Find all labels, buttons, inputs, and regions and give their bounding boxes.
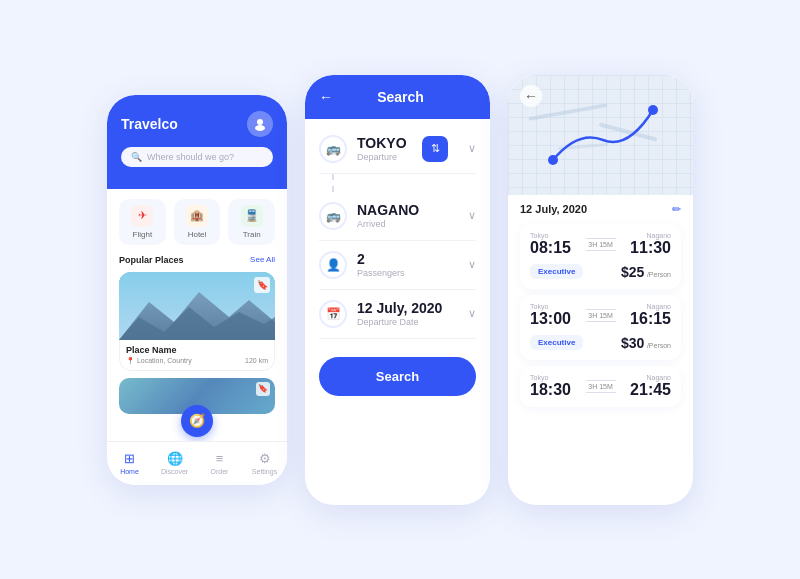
phone-results: ← 12 July, 2020 ✏ Tokyo 08:15 3H 15M Nag… [508, 75, 693, 505]
arrived-chevron: ∨ [468, 209, 476, 222]
flight-label: Flight [133, 230, 153, 239]
app-title: Travelco [121, 116, 178, 132]
passengers-value: 2 [357, 251, 458, 267]
date-row: 12 July, 2020 ✏ [520, 203, 681, 216]
departure-chevron: ∨ [468, 142, 476, 155]
duration-2: 3H 15M [586, 309, 616, 322]
back-button[interactable]: ← [319, 89, 333, 105]
nav-settings[interactable]: ⚙ Settings [242, 451, 287, 475]
nav-order[interactable]: ≡ Order [197, 451, 242, 475]
place-image: 🔖 [119, 272, 275, 340]
duration-1: 3H 15M [586, 238, 616, 251]
category-hotel[interactable]: 🏨 Hotel [174, 199, 221, 245]
place-name: Place Name [126, 345, 268, 355]
home-nav-label: Home [120, 468, 139, 475]
date-field[interactable]: 📅 12 July, 2020 Departure Date ∨ [319, 290, 476, 339]
date-value: 12 July, 2020 [357, 300, 458, 316]
train-icon: 🚆 [241, 205, 263, 227]
trip-card-2[interactable]: Tokyo 13:00 3H 15M Nagano 16:15 Executiv… [520, 295, 681, 360]
nav-discover[interactable]: 🌐 Discover [152, 451, 197, 475]
place-distance: 120 km [245, 357, 268, 364]
nav-home[interactable]: ⊞ Home [107, 451, 152, 475]
price-2: $30 [621, 340, 647, 350]
departure-icon: 🚌 [319, 135, 347, 163]
phone-home: Travelco 🔍 Where should we go? ✈ Flight … [107, 95, 287, 485]
date-icon: 📅 [319, 300, 347, 328]
class-badge-2: Executive [530, 335, 583, 350]
search-placeholder: Where should we go? [147, 152, 234, 162]
to-time-3: 21:45 [630, 381, 671, 399]
category-train[interactable]: 🚆 Train [228, 199, 275, 245]
class-badge-1: Executive [530, 264, 583, 279]
passengers-label: Passengers [357, 268, 458, 278]
trip-card-1[interactable]: Tokyo 08:15 3H 15M Nagano 11:30 Executiv… [520, 224, 681, 289]
to-time-1: 11:30 [630, 239, 671, 257]
search-header: ← Search [305, 75, 490, 119]
map-view: ← [508, 75, 693, 195]
settings-icon: ⚙ [259, 451, 271, 466]
swap-icon: ⇅ [431, 142, 440, 155]
from-time-3: 18:30 [530, 381, 571, 399]
from-city-1: Tokyo [530, 232, 571, 239]
avatar[interactable] [247, 111, 273, 137]
order-icon: ≡ [216, 451, 224, 466]
passengers-field[interactable]: 👤 2 Passengers ∨ [319, 241, 476, 290]
to-city-1: Nagano [630, 232, 671, 239]
arrived-field[interactable]: 🚌 NAGANO Arrived ∨ [319, 192, 476, 241]
departure-field[interactable]: 🚌 TOKYO Departure ∨ ⇅ [319, 125, 476, 174]
home-header: Travelco 🔍 Where should we go? [107, 95, 287, 189]
to-time-2: 16:15 [630, 310, 671, 328]
back-button-map[interactable]: ← [520, 85, 542, 107]
date-label: Departure Date [357, 317, 458, 327]
date-chevron: ∨ [468, 307, 476, 320]
compass-icon: 🧭 [189, 413, 205, 428]
discover-icon: 🌐 [167, 451, 183, 466]
to-city-2: Nagano [630, 303, 671, 310]
price-1: $25 [621, 269, 647, 279]
edit-icon[interactable]: ✏ [672, 203, 681, 216]
svg-point-6 [648, 105, 658, 115]
bottom-navigation: ⊞ Home 🌐 Discover ≡ Order ⚙ Settings [107, 441, 287, 485]
place-location: 📍 Location, Country [126, 357, 192, 365]
search-button[interactable]: Search [319, 357, 476, 396]
from-time-1: 08:15 [530, 239, 571, 257]
discover-nav-label: Discover [161, 468, 188, 475]
place-card-main[interactable]: 🔖 [119, 272, 275, 371]
arrived-label: Arrived [357, 219, 458, 229]
price-sub-1: /Person [647, 271, 671, 278]
hotel-label: Hotel [188, 230, 207, 239]
phone-search: ← Search 🚌 TOKYO Departure ∨ ⇅ 🚌 NAGANO … [305, 75, 490, 505]
svg-point-0 [257, 119, 263, 125]
train-label: Train [243, 230, 261, 239]
order-nav-label: Order [211, 468, 229, 475]
from-city-2: Tokyo [530, 303, 571, 310]
category-flight[interactable]: ✈ Flight [119, 199, 166, 245]
see-all-link[interactable]: See All [250, 255, 275, 264]
category-list: ✈ Flight 🏨 Hotel 🚆 Train [119, 199, 275, 245]
trip-date: 12 July, 2020 [520, 203, 587, 215]
arrived-icon: 🚌 [319, 202, 347, 230]
passengers-icon: 👤 [319, 251, 347, 279]
home-search-bar[interactable]: 🔍 Where should we go? [121, 147, 273, 167]
duration-3: 3H 15M [586, 380, 616, 393]
to-city-3: Nagano [630, 374, 671, 381]
settings-nav-label: Settings [252, 468, 277, 475]
navigation-fab[interactable]: 🧭 [181, 405, 213, 437]
home-icon: ⊞ [124, 451, 135, 466]
bookmark-icon[interactable]: 🔖 [254, 277, 270, 293]
trip-card-3[interactable]: Tokyo 18:30 3H 15M Nagano 21:45 [520, 366, 681, 407]
price-sub-2: /Person [647, 342, 671, 349]
small-bookmark-icon[interactable]: 🔖 [256, 382, 270, 396]
from-city-3: Tokyo [530, 374, 571, 381]
back-arrow-icon: ← [524, 88, 538, 104]
hotel-icon: 🏨 [186, 205, 208, 227]
svg-point-5 [548, 155, 558, 165]
flight-icon: ✈ [131, 205, 153, 227]
search-icon: 🔍 [131, 152, 142, 162]
passengers-chevron: ∨ [468, 258, 476, 271]
from-time-2: 13:00 [530, 310, 571, 328]
search-title: Search [343, 89, 476, 105]
section-title: Popular Places [119, 255, 184, 265]
arrived-value: NAGANO [357, 202, 458, 218]
swap-button[interactable]: ⇅ [422, 136, 448, 162]
